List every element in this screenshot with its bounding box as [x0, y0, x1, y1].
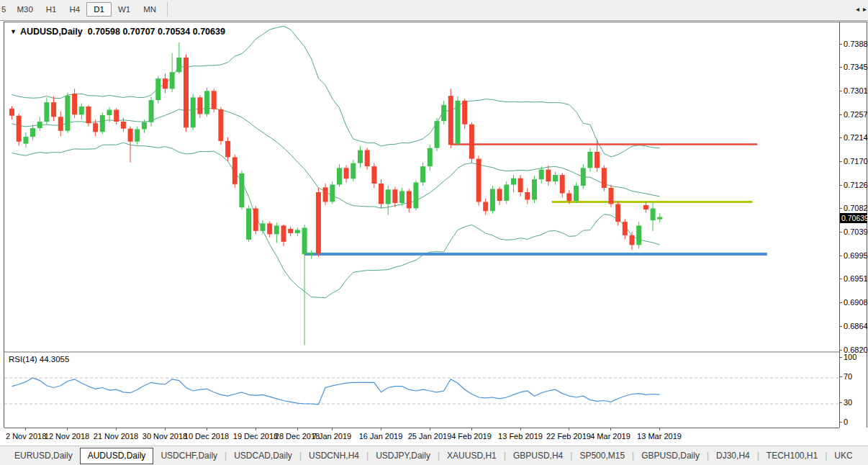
price-tick — [840, 137, 842, 138]
date-tick — [207, 428, 207, 430]
candle-body — [553, 175, 558, 181]
timeframe-button-5[interactable]: 5 — [0, 3, 10, 16]
rsi-axis-tick — [840, 402, 842, 403]
candle-body — [316, 192, 321, 253]
chart-tab-tech100-h1[interactable]: TECH100,H1 — [759, 448, 825, 464]
rsi-indicator-panel[interactable]: RSI(14) 44.3055 — [4, 351, 839, 428]
tab-scroll-right-icon[interactable]: ▸ — [863, 5, 867, 13]
candle-body — [623, 222, 628, 235]
candle-body — [65, 96, 70, 131]
date-axis-label: 10 Dec 2018 — [184, 432, 229, 441]
candle-body — [539, 170, 544, 180]
candle-body — [72, 94, 77, 114]
candle-body — [79, 107, 84, 114]
candle-body — [643, 205, 648, 209]
chart-tab-dj30-h4[interactable]: DJ30,H4 — [709, 448, 757, 464]
candle-body — [225, 141, 230, 157]
candle-body — [232, 157, 238, 184]
candle-body — [399, 191, 404, 204]
candle-body — [9, 109, 14, 116]
timeframe-button-w1[interactable]: W1 — [112, 3, 137, 16]
candle-body — [371, 166, 376, 184]
candle-body — [651, 209, 656, 221]
candle-body — [142, 122, 147, 130]
price-tick — [840, 232, 842, 232]
candle-body — [483, 202, 488, 212]
candle-body — [462, 101, 467, 125]
chart-tab-audusd-daily[interactable]: AUDUSD,Daily — [80, 448, 154, 464]
chart-tab-usdcnh-h4[interactable]: USDCNH,H4 — [302, 448, 366, 464]
date-axis-label: 7 Jan 2019 — [312, 432, 351, 441]
chart-tab-eurusd-daily[interactable]: EURUSD,Daily — [7, 448, 80, 464]
date-axis-label: 13 Feb 2019 — [498, 432, 543, 441]
candle-body — [609, 188, 614, 204]
candle-body — [365, 150, 370, 166]
rsi-axis-label: 30 — [844, 398, 852, 407]
chart-tab-usdcad-daily[interactable]: USDCAD,Daily — [227, 448, 299, 464]
date-tick — [569, 428, 569, 430]
candle-body — [253, 209, 258, 231]
date-axis: 2 Nov 201812 Nov 201821 Nov 201830 Nov 2… — [4, 428, 839, 445]
candle-body — [337, 168, 342, 184]
candle-body — [267, 223, 272, 234]
chart-tab-xauusd-h1[interactable]: XAUUSD,H1 — [440, 448, 504, 464]
chart-tab-usdjpy-daily[interactable]: USDJPY,Daily — [369, 448, 438, 464]
date-tick — [256, 428, 256, 430]
price-axis-label: 0.69510 — [844, 274, 868, 283]
candle-body — [518, 179, 523, 193]
candle-body — [239, 173, 244, 207]
candle-body — [358, 150, 363, 163]
candle-body — [121, 122, 126, 129]
main-chart-area[interactable]: ▼AUDUSD,Daily 0.70598 0.70707 0.70534 0.… — [4, 22, 839, 350]
candle-body — [581, 168, 586, 186]
candle-body — [595, 152, 600, 168]
price-axis-label: 0.72570 — [844, 110, 868, 119]
chart-tab-gbpusd-daily[interactable]: GBPUSD,Daily — [634, 448, 707, 464]
candle-body — [17, 116, 22, 142]
timeframe-button-h1[interactable]: H1 — [40, 3, 63, 16]
candle-body — [58, 117, 63, 131]
timeframe-button-h4[interactable]: H4 — [63, 3, 86, 16]
date-axis-label: 25 Jan 2019 — [408, 432, 452, 441]
ohlc-high: 0.70707 — [122, 27, 155, 37]
chart-tab-ukc[interactable]: UKC — [827, 448, 859, 464]
date-tick — [610, 428, 611, 430]
candle-body — [246, 209, 251, 240]
date-tick — [165, 428, 166, 430]
chevron-down-icon[interactable]: ▼ — [10, 28, 17, 35]
chart-tab-gbpusd-h4[interactable]: GBPUSD,H4 — [506, 448, 570, 464]
timeframe-button-d1[interactable]: D1 — [86, 2, 112, 17]
candle-body — [386, 189, 391, 204]
tab-scroll-arrows: ◂▸ — [852, 5, 867, 13]
date-tick — [297, 428, 298, 430]
candle-body — [407, 191, 412, 209]
price-tick — [840, 185, 842, 186]
chart-tab-sp500-m15[interactable]: SP500,M15 — [572, 448, 632, 464]
candle-body — [204, 91, 209, 114]
candlestick-chart[interactable] — [4, 22, 839, 350]
date-axis-label: 22 Feb 2019 — [546, 432, 591, 441]
price-axis-label: 0.69950 — [844, 251, 868, 260]
candle-body — [155, 78, 161, 100]
timeframe-button-m30[interactable]: M30 — [10, 3, 39, 16]
current-price-badge: 0.70639 — [840, 213, 867, 223]
candle-body — [441, 105, 446, 121]
candle-body — [274, 225, 279, 234]
chart-tab-usdchf-daily[interactable]: USDCHF,Daily — [153, 448, 225, 464]
tab-scroll-left-icon[interactable]: ◂ — [856, 5, 859, 13]
candle-body — [392, 189, 397, 203]
candle-body — [636, 225, 641, 245]
price-tick — [840, 91, 842, 91]
date-axis-label: 2 Nov 2018 — [6, 432, 46, 441]
price-tick — [840, 67, 842, 68]
candle-body — [469, 125, 474, 159]
candle-body — [476, 159, 482, 202]
timeframe-button-mn[interactable]: MN — [137, 3, 163, 16]
rsi-axis-tick — [840, 357, 842, 358]
price-axis-label: 0.73880 — [844, 40, 868, 48]
candle-body — [497, 189, 502, 202]
candle-body — [128, 129, 133, 142]
rsi-chart[interactable] — [4, 353, 839, 428]
candle-body — [546, 170, 551, 182]
rsi-axis-label: 70 — [844, 372, 852, 381]
